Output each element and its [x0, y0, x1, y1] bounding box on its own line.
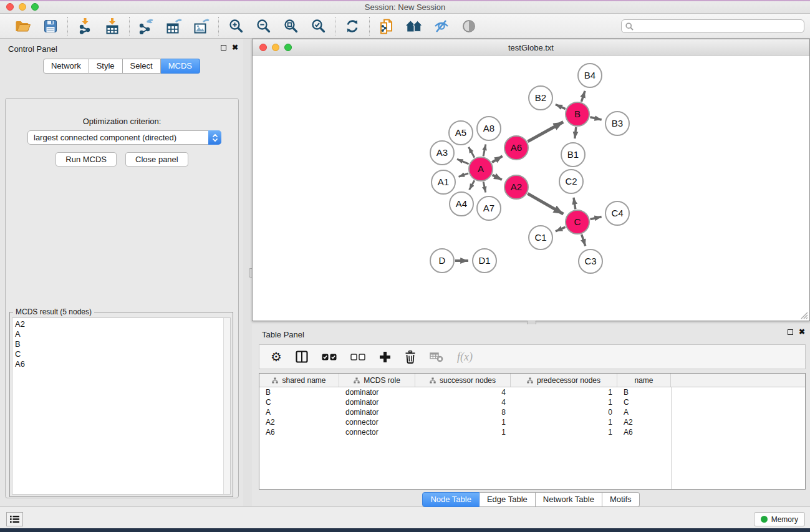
export-table-icon[interactable]: [165, 18, 183, 34]
edge-B-B3[interactable]: [590, 117, 601, 120]
table-cell[interactable]: 0: [511, 407, 617, 417]
edge-A6-B[interactable]: [528, 122, 563, 142]
mcds-result-list[interactable]: A2ABCA6: [12, 317, 231, 495]
edge-C-C2[interactable]: [574, 198, 576, 210]
node-D[interactable]: D: [430, 249, 454, 273]
function-builder-icon[interactable]: f(x): [457, 351, 473, 364]
clone-network-icon[interactable]: [378, 18, 395, 34]
deselect-all-icon[interactable]: [350, 354, 365, 360]
column-visibility-icon[interactable]: [296, 351, 308, 363]
import-table-icon[interactable]: [104, 18, 121, 34]
hide-selected-icon[interactable]: [433, 18, 450, 34]
table-cell[interactable]: 4: [415, 387, 511, 397]
column-header-MCDS-role[interactable]: MCDS role: [339, 374, 415, 387]
search-field[interactable]: [621, 19, 804, 33]
table-cell[interactable]: 1: [511, 387, 617, 397]
node-A6[interactable]: A6: [504, 136, 528, 160]
table-cell[interactable]: A6: [259, 427, 339, 437]
select-all-icon[interactable]: [322, 354, 337, 360]
column-header-successor-nodes[interactable]: successor nodes: [415, 374, 511, 387]
node-A8[interactable]: A8: [477, 117, 501, 140]
column-header-predecessor-nodes[interactable]: predecessor nodes: [511, 374, 617, 387]
edge-A-A4[interactable]: [470, 180, 475, 190]
table-row[interactable]: A2connector11A2: [259, 417, 805, 427]
table-cell[interactable]: B: [259, 387, 339, 397]
table-cell[interactable]: 1: [415, 417, 511, 427]
tab-node-table[interactable]: Node Table: [422, 492, 480, 507]
table-cell[interactable]: 1: [511, 417, 617, 427]
edge-A-A8[interactable]: [483, 144, 486, 156]
node-B4[interactable]: B4: [578, 64, 602, 87]
table-cell[interactable]: A2: [259, 417, 339, 427]
edge-A-A7[interactable]: [483, 182, 486, 193]
table-cell[interactable]: 1: [415, 427, 511, 437]
resize-grip-icon[interactable]: [800, 311, 808, 319]
export-network-icon[interactable]: [138, 18, 155, 34]
table-row[interactable]: Bdominator41B: [259, 387, 805, 397]
edge-A-A3[interactable]: [457, 159, 469, 164]
table-cell[interactable]: A: [617, 407, 671, 417]
close-panel-button[interactable]: Close panel: [125, 152, 188, 167]
node-A1[interactable]: A1: [432, 170, 455, 194]
edge-A-A6[interactable]: [492, 156, 503, 162]
delete-table-icon[interactable]: [430, 351, 443, 362]
table-row[interactable]: Adominator80A: [259, 407, 805, 417]
table-cell[interactable]: 1: [511, 397, 617, 407]
node-C4[interactable]: C4: [605, 201, 629, 225]
node-A7[interactable]: A7: [477, 196, 501, 220]
network-canvas[interactable]: AA1A2A3A4A5A6A7A8BB1B2B3B4CC1C2C3C4DD1: [253, 56, 809, 321]
table-cell[interactable]: 4: [415, 397, 511, 407]
search-input[interactable]: [637, 22, 800, 31]
result-item[interactable]: C: [12, 349, 223, 359]
zoom-out-icon[interactable]: [254, 18, 272, 34]
node-D1[interactable]: D1: [473, 249, 496, 273]
table-cell[interactable]: C: [617, 397, 671, 407]
node-B[interactable]: B: [566, 102, 589, 126]
result-scrollbar[interactable]: [223, 318, 230, 494]
table-cell[interactable]: dominator: [339, 387, 415, 397]
close-table-panel-icon[interactable]: ✖: [799, 329, 805, 335]
edge-C-C1[interactable]: [556, 227, 566, 231]
table-cell[interactable]: A2: [617, 417, 671, 427]
add-column-icon[interactable]: [379, 351, 391, 363]
table-cell[interactable]: C: [259, 397, 339, 407]
edge-B-B1[interactable]: [575, 127, 576, 138]
network-window-titlebar[interactable]: testGlobe.txt: [253, 39, 809, 56]
edge-B-B4[interactable]: [581, 91, 585, 102]
panel-menu-button[interactable]: [6, 512, 23, 526]
node-C1[interactable]: C1: [529, 226, 552, 249]
table-row[interactable]: Cdominator41C: [259, 397, 805, 407]
criterion-dropdown[interactable]: largest connected component (directed): [27, 130, 221, 145]
node-A2[interactable]: A2: [504, 175, 528, 199]
float-panel-icon[interactable]: [221, 45, 226, 51]
tab-style[interactable]: Style: [89, 59, 123, 74]
node-A4[interactable]: A4: [450, 192, 473, 216]
table-cell[interactable]: dominator: [339, 407, 415, 417]
node-B1[interactable]: B1: [561, 143, 585, 167]
result-item[interactable]: A6: [12, 359, 223, 369]
edge-C-C4[interactable]: [591, 217, 602, 220]
home-layout-icon[interactable]: [405, 18, 423, 34]
table-cell[interactable]: connector: [339, 417, 415, 427]
float-table-panel-icon[interactable]: [788, 329, 793, 335]
node-C[interactable]: C: [566, 210, 589, 234]
table-cell[interactable]: A6: [617, 427, 671, 437]
tab-edge-table[interactable]: Edge Table: [480, 492, 536, 507]
table-cell[interactable]: 1: [511, 427, 617, 437]
edge-A-A2[interactable]: [493, 175, 502, 180]
node-C2[interactable]: C2: [559, 170, 583, 193]
table-row[interactable]: A6connector11A6: [259, 427, 805, 437]
result-item[interactable]: A2: [12, 319, 223, 329]
tab-mcds[interactable]: MCDS: [161, 59, 200, 74]
zoom-in-icon[interactable]: [227, 18, 244, 34]
table-cell[interactable]: 8: [415, 407, 511, 417]
table-cell[interactable]: A: [259, 407, 339, 417]
zoom-selected-icon[interactable]: [309, 18, 327, 34]
run-mcds-button[interactable]: Run MCDS: [55, 152, 117, 167]
edge-A2-C[interactable]: [528, 193, 563, 214]
show-all-icon[interactable]: [460, 18, 478, 34]
open-session-icon[interactable]: [14, 18, 32, 34]
export-image-icon[interactable]: [193, 18, 210, 34]
column-header-shared-name[interactable]: shared name: [259, 374, 339, 387]
save-session-icon[interactable]: [42, 18, 59, 34]
